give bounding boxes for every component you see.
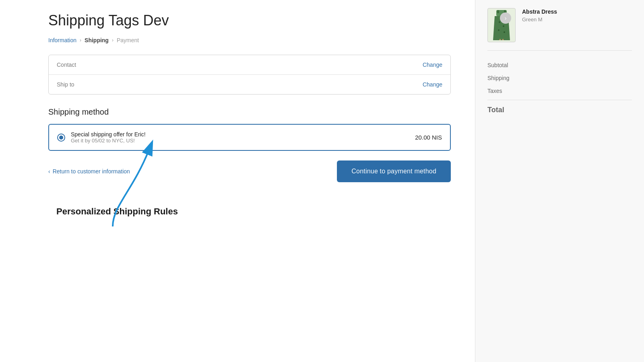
ship-to-row: Ship to Change bbox=[49, 74, 450, 94]
annotation-area: Personalized Shipping Rules bbox=[48, 206, 451, 217]
shipping-method-title: Shipping method bbox=[48, 107, 451, 117]
product-name: Abstra Dress bbox=[522, 8, 632, 15]
chevron-left-icon: ‹ bbox=[48, 168, 50, 175]
sidebar-totals: Subtotal Shipping Taxes Total bbox=[487, 59, 632, 117]
radio-inner bbox=[59, 136, 63, 140]
total-row: Total bbox=[487, 100, 632, 117]
svg-point-3 bbox=[503, 25, 504, 27]
total-label: Total bbox=[487, 106, 504, 114]
shipping-option-left: Special shipping offer for Eric! Get it … bbox=[57, 131, 146, 144]
shipping-row: Shipping bbox=[487, 72, 632, 84]
svg-rect-6 bbox=[497, 10, 499, 13]
sidebar-product: › Abstra Dress Green M bbox=[487, 8, 632, 51]
continue-button[interactable]: Continue to payment method bbox=[337, 160, 451, 182]
sidebar-nav-button[interactable]: › bbox=[500, 12, 511, 24]
shipping-option-desc: Get it by 05/02 to NYC, US! bbox=[71, 138, 146, 144]
product-details: Abstra Dress Green M bbox=[522, 8, 632, 23]
svg-line-9 bbox=[503, 39, 504, 40]
svg-point-2 bbox=[499, 21, 500, 23]
subtotal-row: Subtotal bbox=[487, 59, 632, 72]
ship-to-label: Ship to bbox=[57, 81, 74, 88]
contact-label: Contact bbox=[57, 62, 76, 68]
radio-button[interactable] bbox=[57, 134, 65, 142]
shipping-label: Shipping bbox=[487, 75, 510, 81]
breadcrumb-shipping: Shipping bbox=[85, 37, 109, 43]
breadcrumb-sep-1: › bbox=[80, 37, 81, 43]
return-link[interactable]: ‹ Return to customer information bbox=[48, 168, 130, 175]
breadcrumb-information[interactable]: Information bbox=[48, 37, 76, 43]
taxes-row: Taxes bbox=[487, 84, 632, 97]
shipping-option[interactable]: Special shipping offer for Eric! Get it … bbox=[48, 124, 451, 151]
product-variant: Green M bbox=[522, 16, 632, 23]
shipping-price: 20.00 NIS bbox=[415, 134, 442, 141]
shipping-option-info: Special shipping offer for Eric! Get it … bbox=[71, 131, 146, 144]
breadcrumb: Information › Shipping › Payment bbox=[48, 37, 451, 43]
svg-line-8 bbox=[500, 39, 500, 40]
breadcrumb-payment: Payment bbox=[117, 37, 139, 43]
breadcrumb-sep-2: › bbox=[112, 37, 114, 43]
subtotal-label: Subtotal bbox=[487, 62, 508, 68]
return-link-label: Return to customer information bbox=[53, 168, 130, 175]
ship-to-change-link[interactable]: Change bbox=[423, 81, 442, 88]
taxes-label: Taxes bbox=[487, 88, 502, 94]
info-box: Contact Change Ship to Change bbox=[48, 55, 451, 95]
page-title: Shipping Tags Dev bbox=[48, 12, 451, 29]
shipping-option-name: Special shipping offer for Eric! bbox=[71, 131, 146, 138]
contact-change-link[interactable]: Change bbox=[423, 62, 442, 68]
sidebar: › Abstra Dress Green M Subtotal Shipping… bbox=[475, 0, 644, 362]
annotation-label: Personalized Shipping Rules bbox=[56, 206, 451, 217]
contact-row: Contact Change bbox=[49, 55, 450, 74]
svg-point-5 bbox=[504, 31, 505, 33]
svg-point-4 bbox=[498, 29, 500, 31]
product-image: › bbox=[487, 8, 516, 42]
action-row: ‹ Return to customer information Continu… bbox=[48, 160, 451, 182]
